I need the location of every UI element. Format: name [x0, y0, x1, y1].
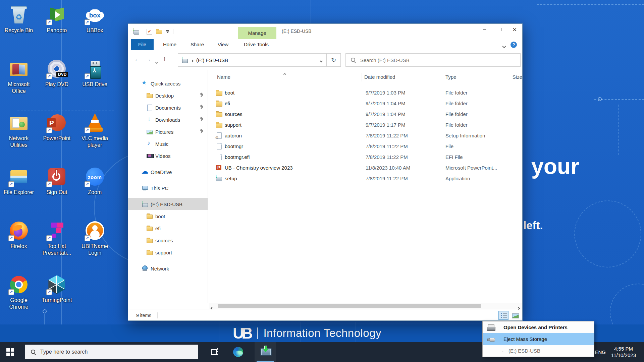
tab-file[interactable]: File [131, 39, 154, 50]
icon-art [55, 11, 60, 18]
desktop-icon-powerpoint[interactable]: P PowerPoint [38, 110, 75, 164]
start-button[interactable] [0, 342, 20, 362]
close-button[interactable]: × [507, 24, 522, 35]
eject-menu-item[interactable]: Open Devices and Printers [483, 321, 594, 333]
nav-item-label: sources [155, 238, 173, 243]
show-desktop-button[interactable] [640, 342, 644, 362]
nav-item-label: Desktop [155, 93, 174, 99]
taskbar-search-box[interactable] [25, 345, 198, 359]
tab-view[interactable]: View [214, 39, 232, 50]
desktop-icon-label: File Explorer [4, 189, 34, 196]
desktop-icon-ubitname-login[interactable]: UBITName Login [76, 218, 114, 272]
desktop-icon-zoom[interactable]: zoom Zoom [76, 164, 114, 218]
nav-item[interactable]: Pictures [128, 126, 208, 138]
shortcut-arrow-icon [46, 235, 52, 241]
taskbar-explorer-drive-button[interactable] [255, 342, 276, 362]
file-row[interactable]: sources 9/7/2019 1:04 PM File folder [208, 109, 522, 119]
desktop-icon-recycle-bin[interactable]: Recycle Bin [0, 2, 38, 56]
desktop-icon-ubbox[interactable]: box UBBox [76, 2, 114, 56]
taskbar-search-input[interactable] [40, 349, 188, 355]
desktop-icon-play-dvd[interactable]: DVD Play DVD [38, 56, 75, 110]
column-header-size[interactable]: Size [510, 73, 522, 81]
maximize-button[interactable] [492, 24, 507, 35]
file-type-icon [216, 154, 222, 160]
windows-logo-icon [6, 348, 10, 352]
nav-item[interactable]: This PC [128, 182, 208, 194]
nav-item[interactable]: boot [128, 210, 208, 222]
nav-item[interactable]: Quick access [128, 77, 208, 89]
nav-item[interactable]: efi [128, 222, 208, 234]
explorer-search-box[interactable] [345, 53, 521, 67]
properties-check-icon[interactable] [147, 29, 152, 35]
forward-button[interactable]: → [145, 56, 151, 63]
tab-drive-tools[interactable]: Drive Tools [239, 39, 273, 50]
up-button[interactable]: ↑ [163, 55, 166, 63]
nav-item[interactable]: Network [128, 262, 208, 275]
nav-item[interactable]: (E:) ESD-USB [128, 198, 208, 210]
edge-browser-icon[interactable] [233, 347, 243, 357]
eject-menu-item[interactable]: - (E:) ESD-USB [483, 345, 594, 357]
address-bar[interactable]: (E:) ESD-USB [178, 53, 327, 67]
nav-item[interactable]: Downloads [128, 114, 208, 126]
file-row[interactable]: bootmgr 7/8/2019 11:22 PM File [208, 141, 522, 152]
desktop-icon-microsoft-office[interactable]: Microsoft Office [0, 56, 38, 110]
desktop-icon-turningpoint[interactable]: TurningPoint [38, 272, 75, 326]
taskbar-clock[interactable]: 4:55 PM 11/10/2023 [611, 346, 636, 358]
desktop-icon-vlc[interactable]: VLC media player [76, 110, 114, 164]
expand-ribbon-icon[interactable] [503, 43, 505, 49]
customize-qat-icon[interactable] [166, 29, 170, 34]
explorer-search-input[interactable] [360, 57, 501, 63]
desktop-icon-sign-out[interactable]: Sign Out [38, 164, 75, 218]
sort-ascending-icon[interactable] [284, 71, 286, 76]
language-indicator[interactable]: ENG [595, 349, 606, 355]
tab-share[interactable]: Share [187, 39, 207, 50]
file-row[interactable]: support 9/7/2019 1:17 PM File folder [208, 119, 522, 130]
file-row[interactable]: boot 9/7/2019 1:03 PM File folder [208, 87, 522, 98]
desktop-icon-google-chrome[interactable]: Google Chrome [0, 272, 38, 326]
desktop-icon-network-utilities[interactable]: Network Utilities [0, 110, 38, 164]
contextual-tab-manage[interactable]: Manage [238, 27, 276, 39]
breadcrumb-chevron-icon[interactable] [191, 57, 193, 63]
address-dropdown-icon[interactable] [320, 57, 322, 63]
column-header-date-modified[interactable]: Date modified [362, 73, 443, 81]
recent-locations-icon[interactable] [156, 59, 158, 64]
nav-item[interactable]: Videos [128, 150, 208, 162]
thumbnail-view-button[interactable] [511, 311, 520, 320]
desktop-icon-usb-drive[interactable]: USB Drive [76, 56, 114, 110]
desktop-icon-panopto[interactable]: Panopto [38, 2, 75, 56]
nav-item[interactable]: Documents [128, 102, 208, 114]
file-row[interactable]: UB - Chemistry overview 2023 11/8/2023 1… [208, 162, 522, 173]
nav-item[interactable]: Music [128, 138, 208, 150]
desktop-icon-firefox[interactable]: Firefox [0, 218, 38, 272]
horizontal-scrollbar[interactable] [209, 303, 522, 309]
file-row[interactable]: autorun 7/8/2019 11:22 PM Setup Informat… [208, 130, 522, 141]
refresh-button[interactable]: ↻ [327, 53, 341, 67]
file-row[interactable]: setup 7/8/2019 11:22 PM Application [208, 173, 522, 184]
scrollbar-thumb[interactable] [218, 304, 481, 308]
tab-home[interactable]: Home [160, 39, 179, 50]
nav-item[interactable]: OneDrive [128, 166, 208, 178]
file-row[interactable]: efi 9/7/2019 1:04 PM File folder [208, 98, 522, 109]
file-row[interactable]: bootmgr.efi 7/8/2019 11:22 PM EFI File [208, 152, 522, 162]
new-folder-icon[interactable] [156, 28, 162, 35]
drive-icon [133, 28, 140, 35]
file-list-pane: Name Date modified Type Size boot 9/7/20… [208, 70, 522, 303]
desktop-icon-label: PowerPoint [43, 135, 70, 142]
nav-item[interactable]: Desktop [128, 89, 208, 102]
desktop-icon-file-explorer[interactable]: File Explorer [0, 164, 38, 218]
desktop-icon-top-hat[interactable]: Top Hat Presentati... [38, 218, 75, 272]
help-button[interactable]: ? [511, 42, 517, 48]
task-view-button[interactable] [211, 348, 219, 356]
nav-item[interactable]: sources [128, 234, 208, 246]
window-titlebar[interactable]: Manage (E:) ESD-USB – × [128, 24, 522, 39]
column-header-type[interactable]: Type [443, 73, 510, 81]
eject-menu-item[interactable]: Eject Mass Storage [483, 333, 594, 345]
shortcut-arrow-icon [46, 181, 52, 187]
back-button[interactable]: ← [134, 56, 141, 63]
nav-item[interactable]: support [128, 246, 208, 258]
minimize-button[interactable]: – [477, 24, 492, 35]
nav-item-icon [146, 249, 153, 256]
breadcrumb[interactable]: (E:) ESD-USB [196, 57, 228, 63]
column-headers: Name Date modified Type Size [208, 72, 522, 82]
details-view-button[interactable] [498, 311, 508, 320]
